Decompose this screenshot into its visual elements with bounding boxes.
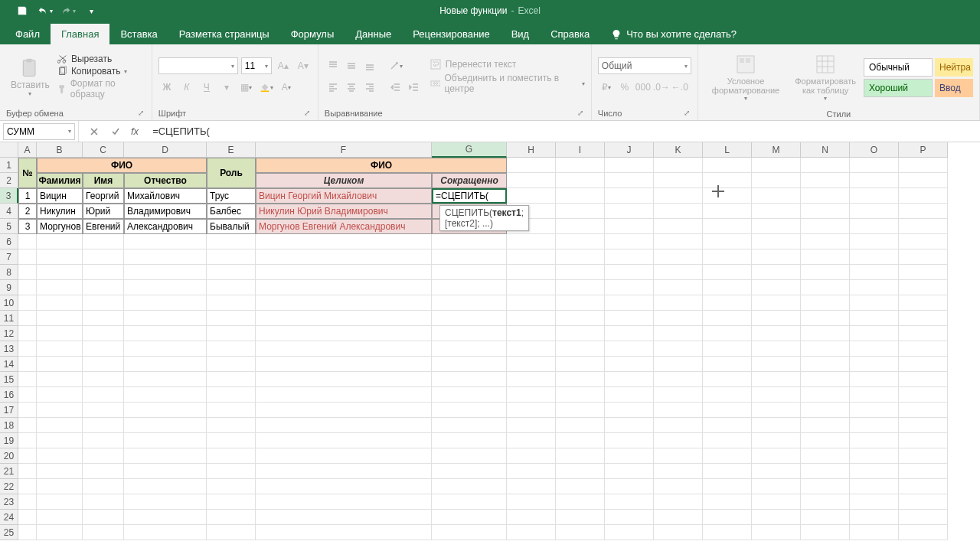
cell[interactable]	[18, 265, 37, 280]
cell[interactable]	[124, 295, 207, 311]
cell[interactable]	[703, 173, 752, 188]
cell[interactable]	[801, 387, 850, 403]
cell[interactable]	[556, 418, 605, 433]
cell[interactable]	[605, 249, 654, 265]
cell[interactable]	[556, 311, 605, 326]
cell[interactable]	[654, 280, 703, 295]
cell[interactable]: Сокращенно	[432, 173, 507, 188]
cell[interactable]	[556, 204, 605, 219]
cell[interactable]	[37, 433, 83, 448]
cell[interactable]	[207, 433, 256, 448]
cell[interactable]	[899, 510, 948, 525]
column-header[interactable]: D	[124, 142, 207, 158]
cell[interactable]	[654, 234, 703, 249]
font-name-combo[interactable]: ▾	[158, 57, 238, 74]
cancel-formula-button[interactable]	[83, 123, 105, 140]
cell[interactable]	[899, 403, 948, 418]
cell[interactable]	[801, 494, 850, 510]
cell[interactable]	[899, 326, 948, 341]
cell[interactable]	[605, 341, 654, 357]
cell[interactable]	[507, 525, 556, 540]
row-header[interactable]: 23	[0, 494, 18, 510]
row-header[interactable]: 10	[0, 295, 18, 311]
cell[interactable]	[899, 464, 948, 479]
cell[interactable]: 3	[18, 219, 37, 234]
cell[interactable]	[654, 249, 703, 265]
cell[interactable]	[432, 433, 507, 448]
cell[interactable]: Фамилия	[37, 173, 83, 188]
cell[interactable]	[256, 494, 432, 510]
cell[interactable]	[256, 479, 432, 494]
cell[interactable]	[801, 418, 850, 433]
launcher-icon[interactable]: ⤢	[302, 107, 312, 119]
cell[interactable]	[256, 433, 432, 448]
cell[interactable]	[801, 173, 850, 188]
cell[interactable]	[605, 403, 654, 418]
cell[interactable]	[18, 357, 37, 372]
cell[interactable]	[850, 510, 899, 525]
cell[interactable]	[124, 357, 207, 372]
cell[interactable]	[752, 204, 801, 219]
cell[interactable]	[801, 479, 850, 494]
cell[interactable]	[654, 387, 703, 403]
cell[interactable]	[432, 234, 507, 249]
cell[interactable]	[256, 295, 432, 311]
cell[interactable]	[18, 433, 37, 448]
cell[interactable]	[37, 234, 83, 249]
cell[interactable]	[654, 372, 703, 387]
cell[interactable]	[752, 464, 801, 479]
tab-home[interactable]: Главная	[51, 24, 109, 44]
cell[interactable]	[507, 510, 556, 525]
cell[interactable]	[256, 418, 432, 433]
cell[interactable]	[801, 326, 850, 341]
cell[interactable]: Владимирович	[124, 204, 207, 219]
cell[interactable]	[507, 464, 556, 479]
cell[interactable]: 1	[18, 188, 37, 204]
cell[interactable]	[752, 357, 801, 372]
cell[interactable]	[83, 464, 124, 479]
cell[interactable]	[850, 219, 899, 234]
tab-help[interactable]: Справка	[540, 24, 600, 44]
cell[interactable]	[850, 494, 899, 510]
cell[interactable]	[850, 265, 899, 280]
cell[interactable]	[654, 219, 703, 234]
cell[interactable]	[703, 311, 752, 326]
cell[interactable]	[605, 372, 654, 387]
cell[interactable]	[556, 433, 605, 448]
cell[interactable]	[605, 173, 654, 188]
cell[interactable]	[801, 372, 850, 387]
cell[interactable]	[256, 525, 432, 540]
select-all-corner[interactable]	[0, 142, 18, 158]
cell[interactable]	[605, 479, 654, 494]
cell[interactable]	[37, 249, 83, 265]
column-header[interactable]: F	[256, 142, 432, 158]
spreadsheet-grid[interactable]: ABCDEFGHIJKLMNOP 12345678910111213141516…	[0, 142, 980, 551]
cell[interactable]	[18, 326, 37, 341]
cell[interactable]	[899, 173, 948, 188]
row-header[interactable]: 4	[0, 204, 18, 219]
cell[interactable]	[256, 341, 432, 357]
redo-icon[interactable]: ▾	[57, 0, 80, 21]
cell[interactable]	[507, 372, 556, 387]
cell[interactable]	[752, 311, 801, 326]
cell[interactable]: Балбес	[207, 204, 256, 219]
cell[interactable]	[124, 494, 207, 510]
cell[interactable]	[605, 188, 654, 204]
cell[interactable]	[37, 464, 83, 479]
cell[interactable]	[556, 265, 605, 280]
row-header[interactable]: 20	[0, 448, 18, 464]
cell[interactable]	[605, 234, 654, 249]
cell[interactable]	[256, 326, 432, 341]
cell[interactable]	[899, 311, 948, 326]
cell[interactable]	[432, 448, 507, 464]
cell[interactable]	[850, 234, 899, 249]
cell[interactable]	[124, 448, 207, 464]
cell[interactable]	[207, 418, 256, 433]
cell[interactable]: Никулин Юрий Владимирович	[256, 204, 432, 219]
column-header[interactable]: C	[83, 142, 124, 158]
cell[interactable]	[18, 311, 37, 326]
cell[interactable]	[752, 525, 801, 540]
cell[interactable]	[432, 464, 507, 479]
cell[interactable]	[801, 249, 850, 265]
cell[interactable]	[37, 311, 83, 326]
